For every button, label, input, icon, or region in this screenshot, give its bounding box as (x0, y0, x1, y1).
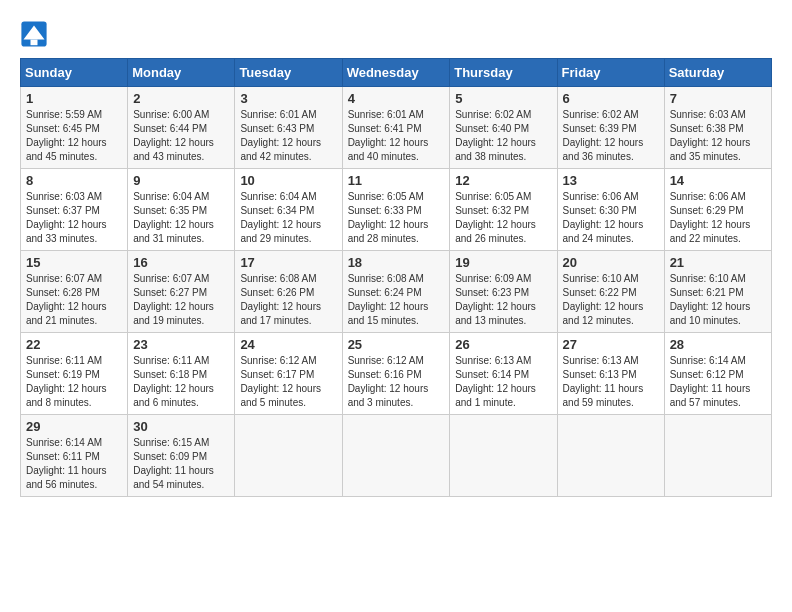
calendar-cell: 5 Sunrise: 6:02 AMSunset: 6:40 PMDayligh… (450, 87, 557, 169)
weekday-header-monday: Monday (128, 59, 235, 87)
day-number: 13 (563, 173, 659, 188)
calendar-cell: 24 Sunrise: 6:12 AMSunset: 6:17 PMDaylig… (235, 333, 342, 415)
cell-content: Sunrise: 6:01 AMSunset: 6:41 PMDaylight:… (348, 108, 445, 164)
calendar-cell (342, 415, 450, 497)
calendar-cell: 10 Sunrise: 6:04 AMSunset: 6:34 PMDaylig… (235, 169, 342, 251)
cell-content: Sunrise: 6:00 AMSunset: 6:44 PMDaylight:… (133, 108, 229, 164)
cell-content: Sunrise: 6:04 AMSunset: 6:34 PMDaylight:… (240, 190, 336, 246)
cell-content: Sunrise: 6:14 AMSunset: 6:12 PMDaylight:… (670, 354, 766, 410)
cell-content: Sunrise: 6:12 AMSunset: 6:17 PMDaylight:… (240, 354, 336, 410)
cell-content: Sunrise: 6:06 AMSunset: 6:30 PMDaylight:… (563, 190, 659, 246)
calendar-cell: 29 Sunrise: 6:14 AMSunset: 6:11 PMDaylig… (21, 415, 128, 497)
day-number: 6 (563, 91, 659, 106)
calendar-cell (235, 415, 342, 497)
calendar-cell: 19 Sunrise: 6:09 AMSunset: 6:23 PMDaylig… (450, 251, 557, 333)
day-number: 27 (563, 337, 659, 352)
calendar-table: SundayMondayTuesdayWednesdayThursdayFrid… (20, 58, 772, 497)
calendar-cell: 21 Sunrise: 6:10 AMSunset: 6:21 PMDaylig… (664, 251, 771, 333)
cell-content: Sunrise: 6:13 AMSunset: 6:14 PMDaylight:… (455, 354, 551, 410)
cell-content: Sunrise: 6:03 AMSunset: 6:37 PMDaylight:… (26, 190, 122, 246)
weekday-header-saturday: Saturday (664, 59, 771, 87)
cell-content: Sunrise: 6:08 AMSunset: 6:24 PMDaylight:… (348, 272, 445, 328)
calendar-cell: 18 Sunrise: 6:08 AMSunset: 6:24 PMDaylig… (342, 251, 450, 333)
day-number: 18 (348, 255, 445, 270)
cell-content: Sunrise: 6:08 AMSunset: 6:26 PMDaylight:… (240, 272, 336, 328)
cell-content: Sunrise: 6:09 AMSunset: 6:23 PMDaylight:… (455, 272, 551, 328)
cell-content: Sunrise: 6:10 AMSunset: 6:22 PMDaylight:… (563, 272, 659, 328)
day-number: 24 (240, 337, 336, 352)
calendar-week-3: 15 Sunrise: 6:07 AMSunset: 6:28 PMDaylig… (21, 251, 772, 333)
calendar-cell: 4 Sunrise: 6:01 AMSunset: 6:41 PMDayligh… (342, 87, 450, 169)
day-number: 11 (348, 173, 445, 188)
cell-content: Sunrise: 6:02 AMSunset: 6:39 PMDaylight:… (563, 108, 659, 164)
calendar-cell: 22 Sunrise: 6:11 AMSunset: 6:19 PMDaylig… (21, 333, 128, 415)
calendar-cell: 26 Sunrise: 6:13 AMSunset: 6:14 PMDaylig… (450, 333, 557, 415)
calendar-cell: 15 Sunrise: 6:07 AMSunset: 6:28 PMDaylig… (21, 251, 128, 333)
day-number: 17 (240, 255, 336, 270)
day-number: 28 (670, 337, 766, 352)
day-number: 10 (240, 173, 336, 188)
page-header (20, 20, 772, 48)
calendar-cell: 27 Sunrise: 6:13 AMSunset: 6:13 PMDaylig… (557, 333, 664, 415)
cell-content: Sunrise: 6:05 AMSunset: 6:33 PMDaylight:… (348, 190, 445, 246)
cell-content: Sunrise: 6:06 AMSunset: 6:29 PMDaylight:… (670, 190, 766, 246)
day-number: 12 (455, 173, 551, 188)
calendar-cell: 8 Sunrise: 6:03 AMSunset: 6:37 PMDayligh… (21, 169, 128, 251)
day-number: 26 (455, 337, 551, 352)
calendar-cell: 6 Sunrise: 6:02 AMSunset: 6:39 PMDayligh… (557, 87, 664, 169)
day-number: 15 (26, 255, 122, 270)
day-number: 30 (133, 419, 229, 434)
day-number: 8 (26, 173, 122, 188)
calendar-cell: 23 Sunrise: 6:11 AMSunset: 6:18 PMDaylig… (128, 333, 235, 415)
day-number: 22 (26, 337, 122, 352)
day-number: 4 (348, 91, 445, 106)
svg-rect-2 (31, 40, 38, 46)
calendar-cell: 17 Sunrise: 6:08 AMSunset: 6:26 PMDaylig… (235, 251, 342, 333)
cell-content: Sunrise: 6:03 AMSunset: 6:38 PMDaylight:… (670, 108, 766, 164)
calendar-week-4: 22 Sunrise: 6:11 AMSunset: 6:19 PMDaylig… (21, 333, 772, 415)
calendar-header-row: SundayMondayTuesdayWednesdayThursdayFrid… (21, 59, 772, 87)
cell-content: Sunrise: 6:02 AMSunset: 6:40 PMDaylight:… (455, 108, 551, 164)
calendar-cell: 13 Sunrise: 6:06 AMSunset: 6:30 PMDaylig… (557, 169, 664, 251)
day-number: 7 (670, 91, 766, 106)
day-number: 25 (348, 337, 445, 352)
calendar-cell: 30 Sunrise: 6:15 AMSunset: 6:09 PMDaylig… (128, 415, 235, 497)
calendar-cell (557, 415, 664, 497)
day-number: 2 (133, 91, 229, 106)
calendar-cell: 7 Sunrise: 6:03 AMSunset: 6:38 PMDayligh… (664, 87, 771, 169)
calendar-cell: 16 Sunrise: 6:07 AMSunset: 6:27 PMDaylig… (128, 251, 235, 333)
day-number: 19 (455, 255, 551, 270)
cell-content: Sunrise: 6:05 AMSunset: 6:32 PMDaylight:… (455, 190, 551, 246)
calendar-week-2: 8 Sunrise: 6:03 AMSunset: 6:37 PMDayligh… (21, 169, 772, 251)
weekday-header-tuesday: Tuesday (235, 59, 342, 87)
calendar-cell: 28 Sunrise: 6:14 AMSunset: 6:12 PMDaylig… (664, 333, 771, 415)
day-number: 14 (670, 173, 766, 188)
weekday-header-friday: Friday (557, 59, 664, 87)
weekday-header-wednesday: Wednesday (342, 59, 450, 87)
day-number: 16 (133, 255, 229, 270)
cell-content: Sunrise: 6:14 AMSunset: 6:11 PMDaylight:… (26, 436, 122, 492)
day-number: 21 (670, 255, 766, 270)
day-number: 3 (240, 91, 336, 106)
cell-content: Sunrise: 6:15 AMSunset: 6:09 PMDaylight:… (133, 436, 229, 492)
calendar-cell: 25 Sunrise: 6:12 AMSunset: 6:16 PMDaylig… (342, 333, 450, 415)
calendar-week-1: 1 Sunrise: 5:59 AMSunset: 6:45 PMDayligh… (21, 87, 772, 169)
day-number: 23 (133, 337, 229, 352)
day-number: 5 (455, 91, 551, 106)
day-number: 9 (133, 173, 229, 188)
calendar-cell: 20 Sunrise: 6:10 AMSunset: 6:22 PMDaylig… (557, 251, 664, 333)
cell-content: Sunrise: 6:10 AMSunset: 6:21 PMDaylight:… (670, 272, 766, 328)
calendar-cell: 2 Sunrise: 6:00 AMSunset: 6:44 PMDayligh… (128, 87, 235, 169)
calendar-cell: 3 Sunrise: 6:01 AMSunset: 6:43 PMDayligh… (235, 87, 342, 169)
day-number: 20 (563, 255, 659, 270)
logo (20, 20, 52, 48)
logo-icon (20, 20, 48, 48)
calendar-cell: 9 Sunrise: 6:04 AMSunset: 6:35 PMDayligh… (128, 169, 235, 251)
day-number: 29 (26, 419, 122, 434)
day-number: 1 (26, 91, 122, 106)
calendar-week-5: 29 Sunrise: 6:14 AMSunset: 6:11 PMDaylig… (21, 415, 772, 497)
cell-content: Sunrise: 6:12 AMSunset: 6:16 PMDaylight:… (348, 354, 445, 410)
cell-content: Sunrise: 5:59 AMSunset: 6:45 PMDaylight:… (26, 108, 122, 164)
weekday-header-sunday: Sunday (21, 59, 128, 87)
cell-content: Sunrise: 6:11 AMSunset: 6:18 PMDaylight:… (133, 354, 229, 410)
